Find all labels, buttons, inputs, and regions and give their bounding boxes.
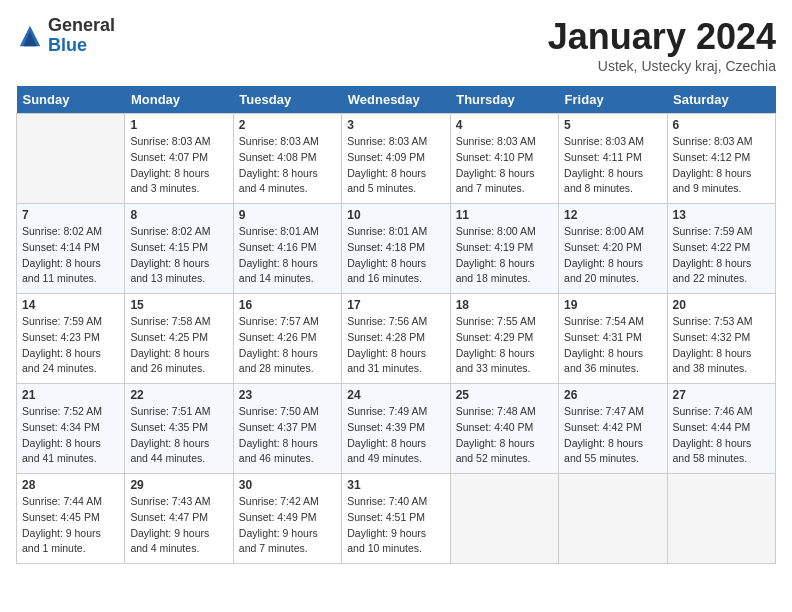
- day-info: Sunrise: 7:47 AMSunset: 4:42 PMDaylight:…: [564, 404, 661, 467]
- daylight-label: Daylight: 8 hours and 24 minutes.: [22, 347, 101, 375]
- location: Ustek, Ustecky kraj, Czechia: [548, 58, 776, 74]
- day-number: 7: [22, 208, 119, 222]
- day-number: 2: [239, 118, 336, 132]
- calendar-table: SundayMondayTuesdayWednesdayThursdayFrid…: [16, 86, 776, 564]
- daylight-label: Daylight: 8 hours and 55 minutes.: [564, 437, 643, 465]
- daylight-label: Daylight: 8 hours and 41 minutes.: [22, 437, 101, 465]
- daylight-label: Daylight: 8 hours and 58 minutes.: [673, 437, 752, 465]
- calendar-cell: 5Sunrise: 8:03 AMSunset: 4:11 PMDaylight…: [559, 114, 667, 204]
- day-header-wednesday: Wednesday: [342, 86, 450, 114]
- day-info: Sunrise: 7:51 AMSunset: 4:35 PMDaylight:…: [130, 404, 227, 467]
- day-info: Sunrise: 7:58 AMSunset: 4:25 PMDaylight:…: [130, 314, 227, 377]
- calendar-cell: 25Sunrise: 7:48 AMSunset: 4:40 PMDayligh…: [450, 384, 558, 474]
- daylight-label: Daylight: 8 hours and 14 minutes.: [239, 257, 318, 285]
- day-info: Sunrise: 8:01 AMSunset: 4:16 PMDaylight:…: [239, 224, 336, 287]
- calendar-cell: 6Sunrise: 8:03 AMSunset: 4:12 PMDaylight…: [667, 114, 775, 204]
- day-info: Sunrise: 7:49 AMSunset: 4:39 PMDaylight:…: [347, 404, 444, 467]
- sunset-label: Sunset: 4:32 PM: [673, 331, 751, 343]
- daylight-label: Daylight: 8 hours and 52 minutes.: [456, 437, 535, 465]
- sunrise-label: Sunrise: 8:00 AM: [456, 225, 536, 237]
- daylight-label: Daylight: 8 hours and 38 minutes.: [673, 347, 752, 375]
- day-number: 17: [347, 298, 444, 312]
- sunset-label: Sunset: 4:08 PM: [239, 151, 317, 163]
- sunset-label: Sunset: 4:34 PM: [22, 421, 100, 433]
- daylight-label: Daylight: 8 hours and 13 minutes.: [130, 257, 209, 285]
- day-number: 16: [239, 298, 336, 312]
- calendar-cell: [450, 474, 558, 564]
- calendar-cell: 22Sunrise: 7:51 AMSunset: 4:35 PMDayligh…: [125, 384, 233, 474]
- calendar-cell: 15Sunrise: 7:58 AMSunset: 4:25 PMDayligh…: [125, 294, 233, 384]
- day-header-monday: Monday: [125, 86, 233, 114]
- sunset-label: Sunset: 4:20 PM: [564, 241, 642, 253]
- day-info: Sunrise: 8:03 AMSunset: 4:07 PMDaylight:…: [130, 134, 227, 197]
- sunset-label: Sunset: 4:07 PM: [130, 151, 208, 163]
- calendar-cell: 24Sunrise: 7:49 AMSunset: 4:39 PMDayligh…: [342, 384, 450, 474]
- day-info: Sunrise: 7:55 AMSunset: 4:29 PMDaylight:…: [456, 314, 553, 377]
- daylight-label: Daylight: 8 hours and 3 minutes.: [130, 167, 209, 195]
- calendar-cell: [667, 474, 775, 564]
- day-header-tuesday: Tuesday: [233, 86, 341, 114]
- calendar-cell: [17, 114, 125, 204]
- day-info: Sunrise: 7:42 AMSunset: 4:49 PMDaylight:…: [239, 494, 336, 557]
- sunset-label: Sunset: 4:23 PM: [22, 331, 100, 343]
- sunrise-label: Sunrise: 7:54 AM: [564, 315, 644, 327]
- calendar-cell: 2Sunrise: 8:03 AMSunset: 4:08 PMDaylight…: [233, 114, 341, 204]
- day-info: Sunrise: 7:59 AMSunset: 4:22 PMDaylight:…: [673, 224, 770, 287]
- sunrise-label: Sunrise: 7:40 AM: [347, 495, 427, 507]
- day-info: Sunrise: 7:40 AMSunset: 4:51 PMDaylight:…: [347, 494, 444, 557]
- calendar-cell: 1Sunrise: 8:03 AMSunset: 4:07 PMDaylight…: [125, 114, 233, 204]
- day-number: 20: [673, 298, 770, 312]
- day-info: Sunrise: 8:03 AMSunset: 4:10 PMDaylight:…: [456, 134, 553, 197]
- calendar-cell: 23Sunrise: 7:50 AMSunset: 4:37 PMDayligh…: [233, 384, 341, 474]
- daylight-label: Daylight: 8 hours and 33 minutes.: [456, 347, 535, 375]
- day-number: 18: [456, 298, 553, 312]
- day-number: 11: [456, 208, 553, 222]
- daylight-label: Daylight: 9 hours and 10 minutes.: [347, 527, 426, 555]
- day-number: 15: [130, 298, 227, 312]
- sunset-label: Sunset: 4:15 PM: [130, 241, 208, 253]
- day-number: 1: [130, 118, 227, 132]
- sunrise-label: Sunrise: 7:50 AM: [239, 405, 319, 417]
- daylight-label: Daylight: 8 hours and 49 minutes.: [347, 437, 426, 465]
- day-number: 24: [347, 388, 444, 402]
- day-info: Sunrise: 7:44 AMSunset: 4:45 PMDaylight:…: [22, 494, 119, 557]
- sunset-label: Sunset: 4:09 PM: [347, 151, 425, 163]
- calendar-cell: [559, 474, 667, 564]
- sunset-label: Sunset: 4:39 PM: [347, 421, 425, 433]
- day-number: 10: [347, 208, 444, 222]
- sunrise-label: Sunrise: 7:55 AM: [456, 315, 536, 327]
- sunrise-label: Sunrise: 8:00 AM: [564, 225, 644, 237]
- daylight-label: Daylight: 8 hours and 9 minutes.: [673, 167, 752, 195]
- calendar-cell: 13Sunrise: 7:59 AMSunset: 4:22 PMDayligh…: [667, 204, 775, 294]
- calendar-cell: 19Sunrise: 7:54 AMSunset: 4:31 PMDayligh…: [559, 294, 667, 384]
- sunset-label: Sunset: 4:19 PM: [456, 241, 534, 253]
- sunset-label: Sunset: 4:51 PM: [347, 511, 425, 523]
- day-info: Sunrise: 7:52 AMSunset: 4:34 PMDaylight:…: [22, 404, 119, 467]
- sunset-label: Sunset: 4:16 PM: [239, 241, 317, 253]
- day-number: 27: [673, 388, 770, 402]
- daylight-label: Daylight: 8 hours and 36 minutes.: [564, 347, 643, 375]
- day-header-thursday: Thursday: [450, 86, 558, 114]
- calendar-cell: 10Sunrise: 8:01 AMSunset: 4:18 PMDayligh…: [342, 204, 450, 294]
- day-info: Sunrise: 8:03 AMSunset: 4:12 PMDaylight:…: [673, 134, 770, 197]
- calendar-cell: 14Sunrise: 7:59 AMSunset: 4:23 PMDayligh…: [17, 294, 125, 384]
- day-number: 3: [347, 118, 444, 132]
- daylight-label: Daylight: 9 hours and 1 minute.: [22, 527, 101, 555]
- calendar-cell: 28Sunrise: 7:44 AMSunset: 4:45 PMDayligh…: [17, 474, 125, 564]
- day-number: 22: [130, 388, 227, 402]
- sunset-label: Sunset: 4:49 PM: [239, 511, 317, 523]
- sunset-label: Sunset: 4:14 PM: [22, 241, 100, 253]
- day-info: Sunrise: 7:57 AMSunset: 4:26 PMDaylight:…: [239, 314, 336, 377]
- calendar-cell: 18Sunrise: 7:55 AMSunset: 4:29 PMDayligh…: [450, 294, 558, 384]
- daylight-label: Daylight: 9 hours and 4 minutes.: [130, 527, 209, 555]
- sunset-label: Sunset: 4:35 PM: [130, 421, 208, 433]
- page-header: General Blue January 2024 Ustek, Ustecky…: [16, 16, 776, 74]
- sunrise-label: Sunrise: 7:57 AM: [239, 315, 319, 327]
- sunset-label: Sunset: 4:45 PM: [22, 511, 100, 523]
- sunrise-label: Sunrise: 8:02 AM: [22, 225, 102, 237]
- sunset-label: Sunset: 4:44 PM: [673, 421, 751, 433]
- day-number: 5: [564, 118, 661, 132]
- day-header-friday: Friday: [559, 86, 667, 114]
- daylight-label: Daylight: 8 hours and 22 minutes.: [673, 257, 752, 285]
- calendar-cell: 4Sunrise: 8:03 AMSunset: 4:10 PMDaylight…: [450, 114, 558, 204]
